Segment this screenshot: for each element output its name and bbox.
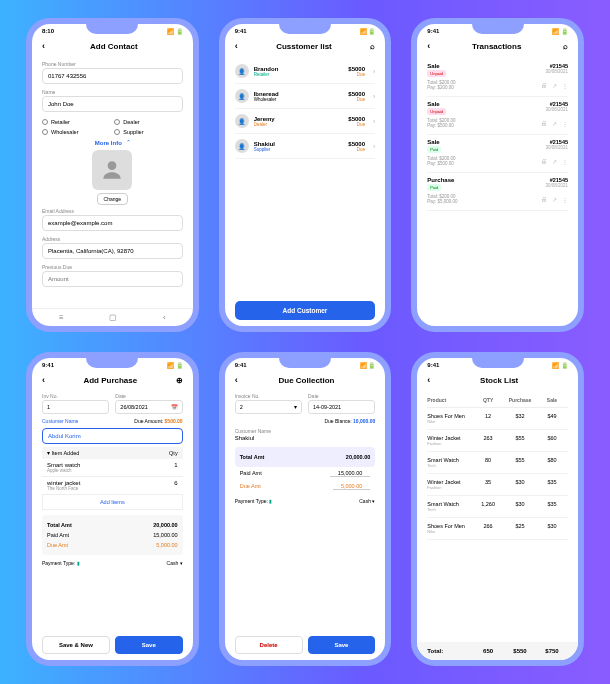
page-title: Transactions — [472, 42, 521, 51]
print-icon[interactable]: 🖨 — [541, 196, 547, 203]
screen-transactions: 9:41📶 🔋 ‹Transactions⌕ SaleUnpaid#215453… — [411, 18, 584, 332]
screen-add-contact: 8:10📶 🔋 ‹Add Contact Phone Number Name R… — [26, 18, 199, 332]
page-title: Add Purchase — [83, 376, 137, 385]
transaction-row[interactable]: SaleUnpaid#2154530/08/2021Total: $200.00… — [427, 97, 568, 135]
inv-select[interactable]: 2▾ — [235, 400, 302, 414]
transaction-row[interactable]: SaleUnpaid#2154530/08/2021Total: $200.00… — [427, 59, 568, 97]
stock-row[interactable]: Winter JacketFashion263$55$60 — [427, 430, 568, 452]
page-title: Stock List — [480, 376, 518, 385]
transaction-row[interactable]: SalePaid#2154530/08/2021Total: $200.00Pa… — [427, 135, 568, 173]
stock-row[interactable]: Smart WatchTech1,260$30$35 — [427, 496, 568, 518]
screen-stock-list: 9:41📶 🔋 ‹Stock List ProductQTYPurchaseSa… — [411, 352, 584, 666]
more-icon[interactable]: ⋮ — [562, 82, 568, 89]
share-icon[interactable]: ↗ — [552, 196, 557, 203]
more-icon[interactable]: ⋮ — [562, 120, 568, 127]
save-new-button[interactable]: Save & New — [42, 636, 110, 654]
cash-select[interactable]: Cash ▾ — [167, 560, 183, 566]
save-button[interactable]: Save — [308, 636, 376, 654]
avatar-placeholder — [92, 150, 132, 190]
print-icon[interactable]: 🖨 — [541, 120, 547, 127]
more-icon[interactable]: ⋮ — [562, 196, 568, 203]
stock-row[interactable]: Smart WatchTech80$55$80 — [427, 452, 568, 474]
add-customer-button[interactable]: Add Customer — [235, 301, 376, 320]
customer-row[interactable]: 👤IbnereadWholesaler$5000Due› — [235, 84, 376, 109]
share-icon[interactable]: ↗ — [552, 82, 557, 89]
radio-supplier[interactable]: Supplier — [114, 129, 182, 135]
stock-row[interactable]: Shoes For MenNike12$32$49 — [427, 408, 568, 430]
delete-button[interactable]: Delete — [235, 636, 303, 654]
name-input[interactable] — [42, 96, 183, 112]
date-input[interactable]: 14-09-2021 — [308, 400, 375, 414]
back-icon[interactable]: ‹ — [42, 375, 45, 385]
calendar-icon: 📅 — [171, 404, 178, 410]
radio-retailer[interactable]: Retailer — [42, 119, 110, 125]
add-items-button[interactable]: Add Items — [42, 495, 183, 510]
android-navbar: ≡▢‹ — [32, 308, 193, 326]
more-info-toggle[interactable]: More Info ˄ — [42, 139, 183, 146]
print-icon[interactable]: 🖨 — [541, 82, 547, 89]
back-icon[interactable]: ‹ — [235, 41, 238, 51]
chevron-right-icon: › — [373, 93, 375, 100]
cash-select[interactable]: Cash ▾ — [359, 498, 375, 504]
avatar-icon: 👤 — [235, 114, 249, 128]
customer-name: Shakiul — [235, 435, 376, 441]
status-icons: 📶 🔋 — [167, 28, 183, 35]
chevron-right-icon: › — [373, 68, 375, 75]
prevdue-input[interactable] — [42, 271, 183, 287]
more-icon[interactable]: ⋮ — [562, 158, 568, 165]
screen-customer-list: 9:41📶 🔋 ‹Cusstomer list⌕ 👤BrandonRetaile… — [219, 18, 392, 332]
chevron-right-icon: › — [373, 143, 375, 150]
chevron-right-icon: › — [373, 118, 375, 125]
screen-add-purchase: 9:41📶 🔋 ‹Add Purchase⊕ Inv No.1 Date26/0… — [26, 352, 199, 666]
stock-row[interactable]: Winter JacketFashion35$30$35 — [427, 474, 568, 496]
avatar-icon: 👤 — [235, 64, 249, 78]
item-row[interactable]: winter jacketThe North Face6 — [42, 477, 183, 495]
change-button[interactable]: Change — [97, 193, 129, 205]
customer-row[interactable]: 👤BrandonRetailer$5000Due› — [235, 59, 376, 84]
back-icon[interactable]: ‹ — [235, 375, 238, 385]
globe-icon[interactable]: ⊕ — [176, 376, 183, 385]
phone-input[interactable] — [42, 68, 183, 84]
customer-row[interactable]: 👤JeremyDealer$5000Due› — [235, 109, 376, 134]
page-title: Due Collection — [278, 376, 334, 385]
page-title: Add Contact — [90, 42, 138, 51]
chevron-down-icon: ▾ — [294, 404, 297, 410]
stock-row[interactable]: Shoes For MenNike266$25$30 — [427, 518, 568, 540]
back-icon[interactable]: ‹ — [427, 41, 430, 51]
inv-input[interactable]: 1 — [42, 400, 109, 414]
back-icon[interactable]: ‹ — [42, 41, 45, 51]
screen-due-collection: 9:41📶 🔋 ‹Due Collection Invoice No.2▾ Da… — [219, 352, 392, 666]
share-icon[interactable]: ↗ — [552, 120, 557, 127]
share-icon[interactable]: ↗ — [552, 158, 557, 165]
customer-input[interactable] — [42, 428, 183, 444]
save-button[interactable]: Save — [115, 636, 183, 654]
radio-wholesaler[interactable]: Wholesaler — [42, 129, 110, 135]
email-input[interactable] — [42, 215, 183, 231]
transaction-row[interactable]: PurchasePaid#2154530/08/2021Total: $200.… — [427, 173, 568, 211]
customer-row[interactable]: 👤ShakiulSupplier$5000Due› — [235, 134, 376, 159]
page-title: Cusstomer list — [276, 42, 332, 51]
item-row[interactable]: Smart watchApple watch1 — [42, 459, 183, 477]
address-input[interactable] — [42, 243, 183, 259]
radio-dealer[interactable]: Dealer — [114, 119, 182, 125]
date-input[interactable]: 26/08/2021📅 — [115, 400, 182, 414]
avatar-icon: 👤 — [235, 139, 249, 153]
avatar-icon: 👤 — [235, 89, 249, 103]
print-icon[interactable]: 🖨 — [541, 158, 547, 165]
svg-point-0 — [108, 161, 117, 170]
back-icon[interactable]: ‹ — [427, 375, 430, 385]
search-icon[interactable]: ⌕ — [370, 42, 375, 51]
search-icon[interactable]: ⌕ — [563, 42, 568, 51]
